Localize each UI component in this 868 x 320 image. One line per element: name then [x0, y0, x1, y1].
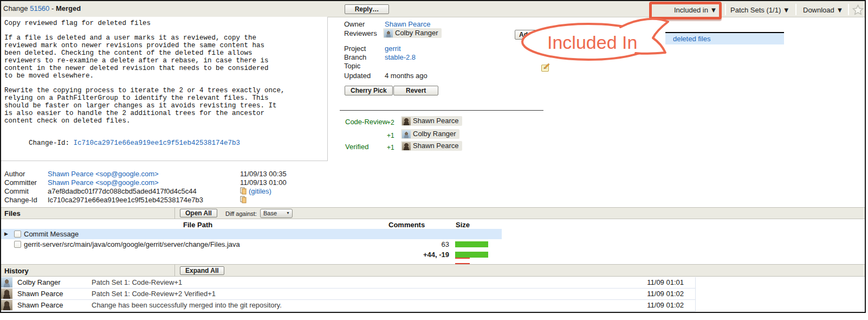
cherry-pick-button[interactable]: Cherry Pick — [345, 86, 393, 95]
commit-label: Commit — [4, 187, 48, 196]
author-date: 11/09/13 00:35 — [240, 170, 287, 178]
menu-separator — [725, 4, 726, 15]
file-select-checkbox[interactable] — [14, 231, 21, 238]
commit-message-changeid-line: Change-Id: Ic710ca2971e66ea919ee1c9f51eb… — [4, 132, 324, 155]
meta-committer-row: CommitterShawn Pearce <sop@google.com>11… — [4, 178, 287, 187]
chevron-down-icon: ▼ — [286, 211, 290, 215]
diff-against-select[interactable]: Base ▼ — [260, 209, 293, 218]
col-comments: Comments — [388, 221, 425, 229]
commit-message-body: Rewrite the copying process to iterate t… — [4, 87, 324, 125]
vote-chip: Shawn Pearce — [401, 141, 462, 151]
reviewer-name: Colby Ranger — [395, 29, 438, 37]
download-menu[interactable]: Download ▼ — [803, 6, 843, 14]
vote-chip: Shawn Pearce — [401, 116, 462, 126]
files-band: Files Open All Diff against: Base ▼ — [1, 207, 865, 219]
history-message: Patch Set 1: Code-Review+2 Verified+1 — [92, 289, 216, 299]
updated-value: 4 months ago — [385, 72, 427, 80]
commit-sha: a7ef8dadbc01f77dc088cbd5aded417f0d4c5c44 — [48, 187, 240, 196]
meta-author-row: AuthorShawn Pearce <sop@google.com>11/09… — [4, 170, 287, 178]
vote-chip: Colby Ranger — [401, 129, 459, 139]
copy-icon[interactable] — [240, 187, 247, 195]
committer-label: Committer — [4, 178, 48, 187]
diff-against-label: Diff against: — [225, 210, 257, 217]
insertions-bar — [455, 252, 488, 258]
size-bar — [455, 241, 502, 247]
band-divider — [174, 208, 175, 219]
open-all-button[interactable]: Open All — [180, 209, 217, 217]
expand-all-button[interactable]: Expand All — [180, 266, 224, 275]
committer-email-link[interactable]: Shawn Pearce <sop@google.com> — [48, 178, 159, 187]
topic-label: Topic — [344, 62, 360, 70]
related-change-row[interactable]: deleted files — [665, 33, 784, 44]
change-number-link[interactable]: 51560 — [30, 4, 49, 12]
copy-icon[interactable] — [240, 196, 247, 203]
commit-message-box: Copy reviewed flag for deleted files If … — [1, 17, 328, 161]
col-file-path: File Path — [183, 221, 212, 229]
revert-button[interactable]: Revert — [393, 86, 438, 95]
project-link[interactable]: gerrit — [385, 44, 401, 53]
file-select-checkbox[interactable] — [14, 241, 21, 248]
history-row[interactable]: Colby Ranger Patch Set 1: Code-Review+1 … — [1, 277, 695, 289]
verified-label: Verified — [345, 143, 368, 151]
avatar — [402, 142, 411, 150]
reply-button[interactable]: Reply… — [345, 4, 389, 14]
voter-name: Colby Ranger — [413, 130, 456, 138]
file-row[interactable]: gerrit-server/src/main/java/com/google/g… — [1, 239, 502, 249]
voter-name: Shawn Pearce — [413, 117, 459, 125]
owner-label: Owner — [344, 20, 365, 28]
history-author: Shawn Pearce — [17, 300, 88, 311]
avatar — [402, 130, 411, 138]
author-label: Author — [4, 170, 48, 178]
author-email-link[interactable]: Shawn Pearce <sop@google.com> — [48, 170, 159, 178]
owner-link[interactable]: Shawn Pearce — [385, 20, 431, 28]
file-path[interactable]: gerrit-server/src/main/java/com/google/g… — [24, 239, 240, 249]
vote-score: +1 — [387, 132, 398, 139]
avatar — [1, 289, 12, 299]
changeid-link[interactable]: Ic710ca2971e66ea919ee1c9f51eb42538174e7b… — [74, 139, 241, 147]
totals-label: +44, -19 — [393, 249, 449, 260]
project-label: Project — [344, 44, 366, 53]
gerrit-change-screen: Change 51560 - Merged Reply… Included in… — [0, 0, 868, 320]
col-size: Size — [456, 221, 470, 229]
expand-triangle-icon[interactable]: ▶ — [4, 231, 8, 237]
file-row-commit-message[interactable]: ▶ Commit Message — [1, 229, 502, 239]
star-icon[interactable] — [852, 4, 864, 16]
band-divider — [174, 265, 175, 276]
changeid-label: Change-Id — [4, 196, 48, 204]
history-row[interactable]: Shawn Pearce Patch Set 1: Code-Review+2 … — [1, 289, 695, 300]
updated-label: Updated — [344, 72, 371, 80]
branch-link[interactable]: stable-2.8 — [385, 53, 416, 61]
avatar — [1, 300, 12, 310]
avatar — [1, 277, 12, 287]
history-author: Colby Ranger — [17, 277, 88, 288]
history-author: Shawn Pearce — [17, 289, 88, 299]
size-bar — [455, 252, 502, 258]
related-changes: deleted files — [665, 32, 784, 44]
history-timestamp: 11/09 01:02 — [647, 300, 684, 311]
commit-message-title: Copy reviewed flag for deleted files — [4, 20, 324, 27]
history-row[interactable]: Shawn Pearce Change has been successfull… — [1, 300, 695, 311]
patch-sets-menu[interactable]: Patch Sets (1/1) ▼ — [730, 6, 790, 14]
code-review-label: Code-Review — [345, 118, 387, 126]
history-timestamp: 11/09 01:02 — [647, 289, 684, 299]
gitiles-link[interactable]: (gitiles) — [249, 187, 271, 195]
changeid-label: Change-Id: — [29, 139, 74, 147]
branch-label: Branch — [344, 53, 366, 61]
diff-against-value: Base — [263, 210, 277, 216]
reviewers-label: Reviewers — [344, 29, 377, 37]
annotation-callout-bubble: Included In — [517, 11, 680, 68]
menu-separator — [795, 4, 796, 15]
files-section-title: Files — [4, 209, 21, 217]
reviewer-chip[interactable]: Colby Ranger — [383, 28, 442, 38]
comment-count: 63 — [397, 239, 449, 249]
status-badge: Merged — [56, 4, 81, 12]
history-table: Colby Ranger Patch Set 1: Code-Review+1 … — [1, 277, 696, 311]
vote-score: +1 — [387, 144, 398, 151]
history-timestamp: 11/09 01:01 — [647, 277, 684, 288]
title-separator: - — [51, 4, 54, 12]
votes-separator — [340, 110, 543, 111]
avatar — [402, 117, 411, 125]
title-prefix: Change — [3, 4, 28, 12]
history-message: Patch Set 1: Code-Review+1 — [92, 277, 182, 288]
file-name[interactable]: Commit Message — [24, 229, 79, 239]
